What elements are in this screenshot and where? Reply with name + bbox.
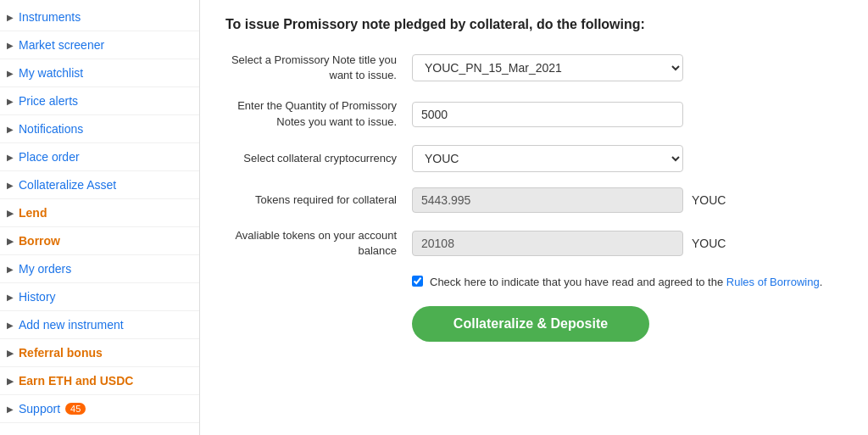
borrow-form: Select a Promissory Note title you want … [225, 53, 843, 342]
sidebar-item-history[interactable]: ▶ History [0, 283, 199, 311]
sidebar-item-notifications[interactable]: ▶ Notifications [0, 115, 199, 143]
sidebar-item-my-watchlist[interactable]: ▶ My watchlist [0, 59, 199, 87]
tokens-required-row: Tokens required for collateral YOUC [225, 187, 843, 213]
sidebar-item-collateralize-asset[interactable]: ▶ Collateralize Asset [0, 171, 199, 199]
sidebar-item-label: History [19, 290, 56, 304]
tokens-required-unit: YOUC [692, 193, 726, 207]
chevron-icon: ▶ [7, 69, 14, 78]
collateral-control: YOUC ETH BTC [412, 145, 683, 172]
sidebar-item-label: Add new instrument [19, 318, 124, 332]
sidebar-item-referral-bonus[interactable]: ▶ Referral bonus [0, 339, 199, 367]
sidebar-item-borrow[interactable]: ▶ Borrow [0, 227, 199, 255]
sidebar-item-label: My orders [19, 262, 71, 276]
quantity-row: Enter the Quantity of Promissory Notes y… [225, 98, 843, 129]
sidebar-item-support[interactable]: ▶ Support 45 [0, 395, 199, 423]
chevron-icon: ▶ [7, 153, 14, 162]
sidebar-item-label: Support [19, 402, 60, 415]
sidebar-item-price-alerts[interactable]: ▶ Price alerts [0, 87, 199, 115]
page-title: To issue Promissory note pledged by coll… [225, 17, 843, 32]
sidebar-item-label: Lend [19, 206, 47, 220]
promissory-note-label: Select a Promissory Note title you want … [225, 53, 412, 83]
quantity-control [412, 102, 683, 127]
available-tokens-control [412, 231, 683, 256]
terms-checkbox-row: Check here to indicate that you have rea… [412, 274, 843, 291]
sidebar-item-label: Borrow [19, 234, 60, 248]
tokens-required-input [412, 187, 683, 213]
chevron-icon: ▶ [7, 404, 14, 414]
quantity-label: Enter the Quantity of Promissory Notes y… [225, 98, 412, 129]
sidebar-item-lend[interactable]: ▶ Lend [0, 199, 199, 227]
sidebar-item-label: Notifications [19, 122, 83, 136]
main-content: To issue Promissory note pledged by coll… [200, 0, 868, 435]
sidebar-item-label: Price alerts [19, 94, 78, 108]
collateral-row: Select collateral cryptocurrency YOUC ET… [225, 145, 843, 172]
chevron-icon: ▶ [7, 265, 14, 274]
terms-checkbox[interactable] [412, 276, 423, 287]
tokens-required-label: Tokens required for collateral [225, 192, 412, 208]
collateral-label: Select collateral cryptocurrency [225, 151, 412, 166]
sidebar-item-market-screener[interactable]: ▶ Market screener [0, 31, 199, 59]
terms-text: Check here to indicate that you have rea… [430, 274, 822, 291]
chevron-icon: ▶ [7, 97, 14, 106]
chevron-icon: ▶ [7, 237, 14, 246]
chevron-icon: ▶ [7, 376, 14, 386]
collateralize-button[interactable]: Collateralize & Deposite [412, 306, 649, 342]
available-tokens-input [412, 231, 683, 256]
chevron-icon: ▶ [7, 209, 14, 218]
chevron-icon: ▶ [7, 321, 14, 330]
available-tokens-label: Avaliable tokens on your account balance [225, 228, 412, 259]
rules-link[interactable]: Rules of Borrowing [726, 276, 820, 288]
sidebar: ▶ Instruments ▶ Market screener ▶ My wat… [0, 0, 200, 435]
chevron-icon: ▶ [7, 13, 14, 22]
sidebar-item-label: Instruments [19, 10, 81, 24]
sidebar-item-label: Referral bonus [19, 346, 103, 360]
sidebar-item-instruments[interactable]: ▶ Instruments [0, 3, 199, 31]
promissory-note-select[interactable]: YOUC_PN_15_Mar_2021 YOUC_PN_20_Apr_2021 [412, 54, 683, 81]
collateral-select[interactable]: YOUC ETH BTC [412, 145, 683, 172]
sidebar-item-my-orders[interactable]: ▶ My orders [0, 255, 199, 283]
sidebar-item-place-order[interactable]: ▶ Place order [0, 143, 199, 171]
promissory-note-row: Select a Promissory Note title you want … [225, 53, 843, 83]
chevron-icon: ▶ [7, 349, 14, 358]
sidebar-item-earn-eth-usdc[interactable]: ▶ Earn ETH and USDC [0, 367, 199, 395]
support-badge: 45 [65, 403, 86, 415]
chevron-icon: ▶ [7, 181, 14, 190]
chevron-icon: ▶ [7, 293, 14, 302]
available-tokens-unit: YOUC [692, 237, 726, 250]
chevron-icon: ▶ [7, 41, 14, 50]
sidebar-item-label: Market screener [19, 38, 104, 52]
promissory-note-control: YOUC_PN_15_Mar_2021 YOUC_PN_20_Apr_2021 [412, 54, 683, 81]
quantity-input[interactable] [412, 102, 683, 127]
sidebar-item-add-new-instrument[interactable]: ▶ Add new instrument [0, 311, 199, 339]
sidebar-item-label: Place order [19, 150, 80, 164]
chevron-icon: ▶ [7, 125, 14, 134]
tokens-required-control [412, 187, 683, 213]
sidebar-item-label: Earn ETH and USDC [19, 374, 133, 388]
sidebar-item-label: My watchlist [19, 66, 83, 80]
available-tokens-row: Avaliable tokens on your account balance… [225, 228, 843, 259]
sidebar-item-label: Collateralize Asset [19, 178, 116, 192]
